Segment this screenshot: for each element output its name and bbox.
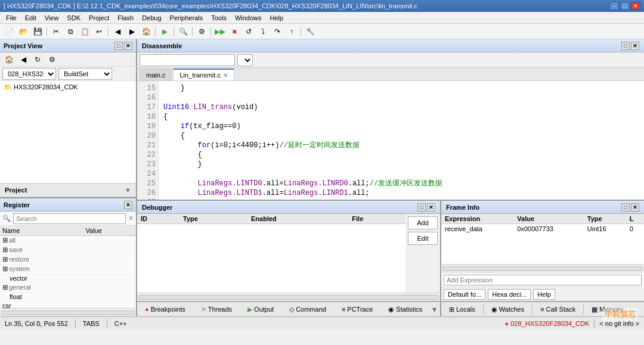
register-table-container: Name Value ⊞all ⊞save ⊞restore	[0, 226, 136, 308]
paste-button[interactable]: 📋	[78, 26, 91, 38]
help-button[interactable]: Help	[533, 289, 555, 300]
tab-callstack[interactable]: ≡ Call Stack	[535, 304, 581, 315]
tab-threads[interactable]: ✕ Threads	[196, 304, 237, 315]
tree-item-root[interactable]: 📁 HXS320F28034_CDK	[1, 82, 135, 92]
code-editor[interactable]: 15 16 17 18 19 20 21 22 23 24 25 26 27 2…	[137, 81, 644, 200]
project-tree: 📁 HXS320F28034_CDK	[0, 81, 136, 183]
register-search-input[interactable]	[13, 213, 126, 224]
tab-locals[interactable]: ⊞ Locals	[444, 304, 481, 315]
menu-file[interactable]: File	[2, 13, 20, 23]
locals-label: Locals	[456, 306, 475, 313]
cut-button[interactable]: ✂	[49, 26, 63, 38]
tab-statistics[interactable]: ◉ Statistics	[383, 304, 428, 315]
tab-watches[interactable]: ◉ Watches	[486, 304, 530, 315]
home-button[interactable]: 🏠	[140, 26, 153, 38]
tab-lin-transmit[interactable]: Lin_transmit.c ✕	[173, 69, 234, 80]
tab-command[interactable]: ◇ Command	[284, 304, 332, 315]
search-button[interactable]: 🔍	[177, 26, 190, 38]
debug-stop[interactable]: ■	[228, 26, 241, 38]
tab-main-c[interactable]: main.c	[140, 69, 172, 80]
frame-col-expr: Expression	[441, 214, 513, 224]
sync-icon[interactable]: ↻	[31, 54, 44, 66]
open-button[interactable]: 📂	[17, 26, 30, 38]
project-view-label: Project View	[4, 42, 42, 49]
debugger-scrollbar[interactable]	[137, 293, 440, 301]
build-button[interactable]: ▶	[158, 26, 171, 38]
disassemble-dropdown[interactable]	[237, 54, 253, 66]
maximize-button[interactable]: □	[620, 2, 630, 10]
project-selector[interactable]: 028_HXS320F2	[2, 68, 56, 80]
menu-project[interactable]: Project	[85, 13, 113, 23]
search-clear-icon[interactable]: ✕	[128, 215, 134, 222]
register-close-button[interactable]: ✕	[124, 201, 132, 209]
menu-help[interactable]: Help	[267, 13, 287, 23]
panel-close-button[interactable]: ✕	[124, 42, 132, 50]
save-all-button[interactable]: 💾	[31, 26, 44, 38]
debugger-scrollbar-track[interactable]	[138, 295, 439, 300]
tools-icon[interactable]: 🔧	[304, 26, 317, 38]
debug-step-into[interactable]: ⤵	[256, 26, 270, 38]
tab-output[interactable]: ▶ Output	[242, 304, 279, 315]
settings-icon[interactable]: ⚙	[45, 54, 58, 66]
menu-peripherals[interactable]: Peripherals	[166, 13, 207, 23]
menu-tools[interactable]: Tools	[208, 13, 230, 23]
panel-float-button[interactable]: □	[114, 42, 123, 50]
frame-float[interactable]: □	[621, 203, 630, 212]
tab-breakpoints[interactable]: ● Breakpoints	[140, 304, 191, 315]
frame-scrollbar[interactable]	[441, 264, 644, 272]
more-tabs-button[interactable]: ▾	[430, 304, 439, 314]
debugger-side-buttons: Add Edit	[405, 214, 440, 293]
frame-close[interactable]: ✕	[631, 203, 639, 212]
table-row[interactable]: ⊞all	[0, 236, 136, 245]
debug-start[interactable]: ▶▶	[213, 26, 227, 38]
close-button[interactable]: ✕	[631, 2, 640, 10]
minimize-button[interactable]: –	[609, 2, 619, 10]
menu-edit[interactable]: Edit	[21, 13, 40, 23]
menu-windows[interactable]: Windows	[231, 13, 265, 23]
add-expression-input[interactable]	[444, 275, 642, 285]
project-expand[interactable]: ▼	[125, 187, 131, 194]
menu-debug[interactable]: Debug	[138, 13, 165, 23]
tab-close-icon[interactable]: ✕	[223, 72, 228, 79]
table-row[interactable]: ⊞general	[0, 283, 136, 293]
output-icon: ▶	[247, 306, 252, 313]
new-file-button[interactable]: 📄	[2, 26, 16, 38]
debug-step-over[interactable]: ↷	[271, 26, 284, 38]
debugger-float[interactable]: □	[417, 203, 426, 212]
back-button[interactable]: ◀	[111, 26, 124, 38]
edit-button[interactable]: Edit	[408, 232, 438, 245]
add-button[interactable]: Add	[408, 216, 438, 229]
menu-flash[interactable]: Flash	[114, 13, 137, 23]
register-scrollbar[interactable]	[0, 308, 136, 316]
frame-scrollbar-track[interactable]	[442, 266, 643, 271]
bottom-area: Debugger □ ✕ ID Type	[137, 200, 644, 301]
hexa-deci-button[interactable]: Hexa deci...	[488, 289, 531, 300]
menu-view[interactable]: View	[41, 13, 63, 23]
debug-step-out[interactable]: ↑	[285, 26, 298, 38]
menu-sdk[interactable]: SDK	[63, 13, 84, 23]
table-row[interactable]: vector	[0, 274, 136, 283]
settings-button[interactable]: ⚙	[195, 26, 208, 38]
default-format-button[interactable]: Default fo...	[444, 289, 485, 300]
disassemble-float[interactable]: □	[621, 42, 630, 50]
home-icon[interactable]: 🏠	[2, 54, 16, 66]
undo-button[interactable]: ↩	[92, 26, 106, 38]
debugger-label: Debugger	[142, 204, 172, 211]
buildset-selector[interactable]: BuildSet	[58, 68, 112, 80]
back-nav-icon[interactable]: ◀	[17, 54, 30, 66]
debug-restart[interactable]: ↺	[242, 26, 255, 38]
table-row[interactable]: receive_data 0x00007733 Uint16 0	[441, 224, 644, 234]
table-row[interactable]: ⊞save	[0, 245, 136, 255]
disassemble-address-input[interactable]	[140, 54, 235, 66]
code-content[interactable]: } Uint16 LIN_trans(void) { if(tx_flag==0…	[159, 81, 644, 200]
register-scrollbar-track[interactable]	[1, 310, 135, 315]
table-row[interactable]: ⊞restore	[0, 255, 136, 265]
table-row[interactable]: float	[0, 293, 136, 302]
table-row[interactable]: csr	[0, 302, 136, 309]
disassemble-close[interactable]: ✕	[631, 42, 639, 50]
debugger-close[interactable]: ✕	[427, 203, 435, 212]
copy-button[interactable]: ⧉	[64, 26, 77, 38]
forward-button[interactable]: ▶	[125, 26, 138, 38]
tab-pctrace[interactable]: ≡ PCTrace	[336, 304, 378, 315]
table-row[interactable]: ⊞system	[0, 265, 136, 274]
